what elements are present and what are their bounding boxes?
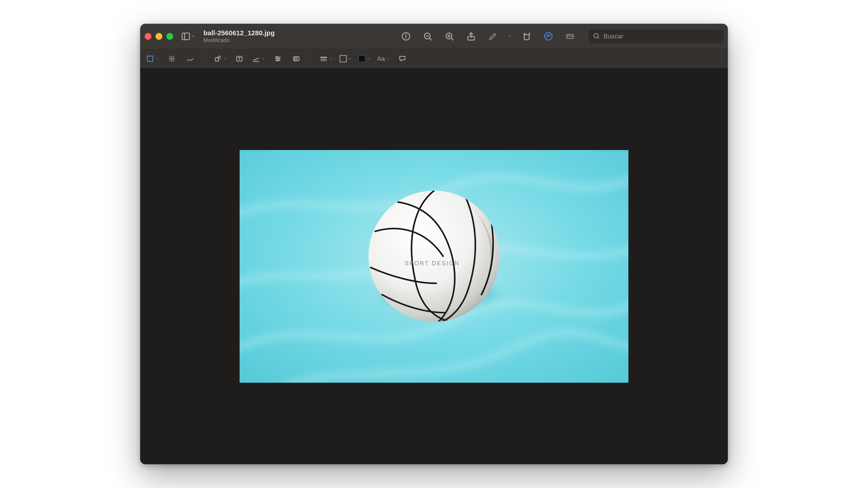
titlebar: ball-2560612_1280.jpg Modificado [140, 24, 728, 49]
adjust-size-button[interactable] [290, 53, 302, 65]
svg-point-19 [171, 58, 173, 59]
preview-app-window: ball-2560612_1280.jpg Modificado [140, 24, 728, 464]
chevron-down-icon [156, 57, 159, 61]
svg-rect-0 [182, 33, 190, 39]
chevron-down-icon[interactable] [508, 34, 512, 38]
rotate-button[interactable] [520, 30, 533, 43]
text-style-label: Aa [377, 55, 385, 62]
svg-point-4 [406, 35, 406, 35]
crop-button[interactable] [563, 30, 577, 43]
title-block: ball-2560612_1280.jpg Modificado [204, 29, 298, 43]
text-tool-button[interactable] [234, 53, 245, 65]
zoom-out-button[interactable] [421, 30, 434, 43]
markup-pencil-button[interactable] [486, 30, 500, 43]
speech-bubble-button[interactable] [397, 53, 408, 65]
chevron-down-icon [329, 57, 333, 61]
svg-rect-13 [524, 35, 529, 40]
primary-toolbar-actions [399, 30, 577, 43]
adjust-color-button[interactable] [272, 53, 284, 65]
search-input[interactable] [603, 33, 719, 40]
svg-point-28 [278, 58, 280, 59]
svg-point-37 [368, 191, 500, 322]
chevron-down-icon [261, 57, 265, 61]
svg-point-27 [276, 57, 278, 58]
share-button[interactable] [464, 30, 478, 43]
chevron-down-icon [223, 57, 227, 61]
chevron-down-icon [367, 57, 370, 61]
minimize-window-button[interactable] [156, 33, 162, 40]
document-filename: ball-2560612_1280.jpg [204, 29, 298, 37]
sketch-tool-button[interactable] [184, 53, 196, 65]
signature-button[interactable] [252, 53, 265, 65]
search-icon [593, 32, 600, 40]
fullscreen-window-button[interactable] [166, 33, 173, 40]
zoom-in-button[interactable] [442, 30, 456, 43]
info-button[interactable] [399, 30, 413, 43]
markup-annotate-button[interactable] [541, 30, 555, 43]
markup-toolbar: Aa [140, 49, 728, 68]
fill-color-swatch [359, 55, 365, 62]
search-field[interactable] [589, 29, 723, 43]
image-content[interactable]: SPORT DESIGN [240, 150, 628, 383]
text-style-button[interactable]: Aa [377, 53, 390, 65]
stroke-color-swatch [340, 55, 347, 62]
separator [311, 54, 311, 64]
svg-line-17 [597, 37, 599, 39]
svg-line-9 [451, 38, 453, 40]
chevron-down-icon [386, 57, 390, 61]
window-controls [145, 33, 173, 40]
instant-alpha-button[interactable] [166, 53, 178, 65]
fill-color-button[interactable] [359, 53, 370, 65]
close-window-button[interactable] [145, 33, 151, 40]
svg-line-6 [429, 38, 431, 40]
svg-rect-31 [295, 58, 297, 60]
sidebar-toggle-button[interactable] [181, 30, 196, 43]
svg-point-16 [594, 33, 598, 38]
chevron-down-icon [191, 34, 196, 39]
border-style-button[interactable] [320, 53, 333, 65]
shapes-button[interactable] [214, 53, 227, 65]
document-status: Modificado [204, 37, 298, 43]
selection-tool-button[interactable] [146, 53, 159, 65]
svg-point-29 [277, 60, 278, 61]
chevron-down-icon [348, 57, 352, 61]
svg-rect-18 [147, 56, 153, 61]
stroke-color-button[interactable] [340, 53, 352, 65]
image-canvas[interactable]: SPORT DESIGN [140, 68, 728, 464]
ball-print-label: SPORT DESIGN [405, 260, 460, 267]
